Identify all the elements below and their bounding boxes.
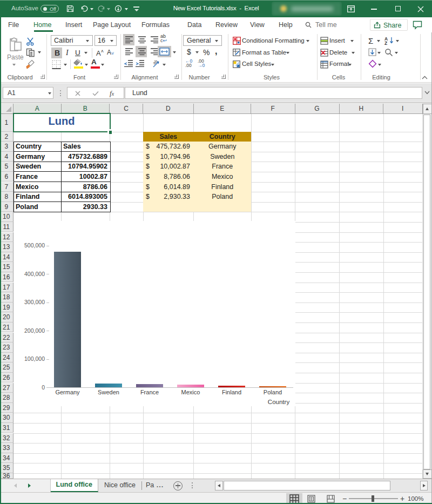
svg-text:Z: Z — [384, 41, 387, 45]
svg-text:ab: ab — [153, 59, 159, 65]
